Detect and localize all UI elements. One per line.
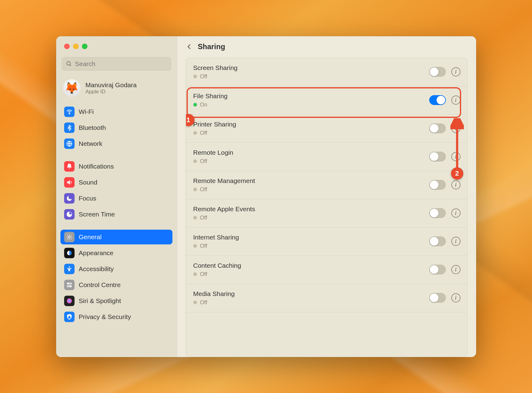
search-input[interactable] [75,60,167,68]
sidebar: 🦊 Manuviraj Godara Apple ID Wi-FiBluetoo… [56,36,177,357]
svg-point-2 [69,113,69,114]
sidebar-item-label: Bluetooth [79,124,106,131]
chevron-left-icon [186,42,192,51]
search-field[interactable] [62,57,171,71]
svg-point-12 [67,298,72,303]
sidebar-item-privacy-security[interactable]: Privacy & Security [60,309,172,324]
profile-name: Manuviraj Godara [86,81,137,89]
sidebar-item-label: Control Centre [79,281,121,289]
close-button[interactable] [64,44,70,49]
status-dot [193,244,197,248]
appearance-icon [64,248,75,258]
screentime-icon [64,209,75,220]
info-button[interactable]: i [451,124,461,133]
sharing-row-printer-sharing: Printer SharingOffi [186,115,467,143]
svg-point-5 [68,236,70,238]
sidebar-item-screen-time[interactable]: Screen Time [60,207,172,222]
sidebar-list: Wi-FiBluetoothNetworkNotificationsSoundF… [56,103,177,325]
row-status-text: Off [200,186,207,193]
fullscreen-button[interactable] [82,44,87,49]
toggle-remote-management[interactable] [429,180,446,190]
window-traffic-lights [64,44,177,49]
sharing-row-remote-management: Remote ManagementOffi [186,171,467,199]
status-dot [193,159,197,163]
svg-point-10 [67,283,68,284]
privacy-icon [64,312,75,322]
info-button[interactable]: i [451,208,461,218]
sidebar-item-focus[interactable]: Focus [60,191,172,206]
apple-id-profile[interactable]: 🦊 Manuviraj Godara Apple ID [56,76,177,103]
page-title: Sharing [198,42,225,51]
sharing-row-screen-sharing: Screen SharingOffi [186,58,467,86]
info-button[interactable]: i [451,95,461,105]
minimize-button[interactable] [73,44,79,49]
toggle-remote-apple-events[interactable] [429,208,446,218]
status-dot [193,216,197,220]
sidebar-item-general[interactable]: General [60,230,172,244]
siri-icon [64,296,75,306]
info-button[interactable]: i [451,237,461,246]
sidebar-item-wi-fi[interactable]: Wi-Fi [60,104,172,119]
row-title: Content Caching [193,262,241,269]
sidebar-item-label: Sound [79,179,98,186]
toggle-screen-sharing[interactable] [429,67,446,77]
row-title: File Sharing [193,92,228,100]
sidebar-item-control-centre[interactable]: Control Centre [60,278,172,292]
sidebar-item-label: General [79,233,102,241]
sidebar-item-label: Network [79,140,102,147]
status-dot [193,131,197,135]
sidebar-item-sound[interactable]: Sound [60,175,172,190]
sharing-row-internet-sharing: Internet SharingOffi [186,228,467,256]
controlcentre-icon [64,280,75,290]
row-status-text: Off [200,215,207,221]
sidebar-item-notifications[interactable]: Notifications [60,159,172,174]
main-pane: Sharing Screen SharingOffiFile SharingOn… [177,36,476,357]
row-status-text: Off [200,158,207,165]
status-dot [193,301,197,304]
info-button[interactable]: i [451,293,461,302]
svg-point-0 [67,61,70,65]
sidebar-item-siri-spotlight[interactable]: Siri & Spotlight [60,294,172,308]
info-button[interactable]: i [451,67,461,76]
row-title: Remote Apple Events [193,205,255,213]
row-title: Printer Sharing [193,121,236,128]
sidebar-item-label: Notifications [79,163,114,170]
profile-subtitle: Apple ID [86,89,137,95]
sidebar-item-label: Privacy & Security [79,313,131,321]
sidebar-item-label: Accessibility [79,265,114,273]
info-button[interactable]: i [451,180,461,189]
back-button[interactable] [186,42,192,51]
search-icon [66,61,72,67]
header: Sharing [186,42,468,51]
row-status-text: On [200,102,207,108]
sidebar-item-label: Wi-Fi [79,108,94,115]
toggle-media-sharing[interactable] [429,293,446,303]
sidebar-item-accessibility[interactable]: Accessibility [60,262,172,276]
row-title: Screen Sharing [193,64,238,72]
network-icon [64,138,75,149]
row-status-text: Off [200,130,207,136]
toggle-internet-sharing[interactable] [429,236,446,246]
toggle-printer-sharing[interactable] [429,123,446,133]
bluetooth-icon [64,123,75,133]
settings-window: 🦊 Manuviraj Godara Apple ID Wi-FiBluetoo… [56,36,476,357]
sidebar-item-bluetooth[interactable]: Bluetooth [60,120,172,135]
info-button[interactable]: i [451,152,461,161]
info-button[interactable]: i [451,265,461,274]
row-title: Remote Login [193,149,233,156]
row-title: Remote Management [193,177,255,185]
svg-point-11 [70,286,71,287]
accessibility-icon [64,264,75,274]
toggle-file-sharing[interactable] [429,95,446,105]
sharing-row-remote-login: Remote LoginOffi [186,143,467,171]
sidebar-item-network[interactable]: Network [60,136,172,151]
toggle-remote-login[interactable] [429,152,446,161]
sharing-row-media-sharing: Media SharingOffi [186,284,467,312]
sidebar-item-appearance[interactable]: Appearance [60,246,172,260]
sidebar-item-label: Appearance [79,249,114,257]
toggle-content-caching[interactable] [429,265,446,274]
sound-icon [64,177,75,188]
svg-line-1 [70,64,71,66]
status-dot [193,188,197,191]
sidebar-item-label: Focus [79,195,96,202]
